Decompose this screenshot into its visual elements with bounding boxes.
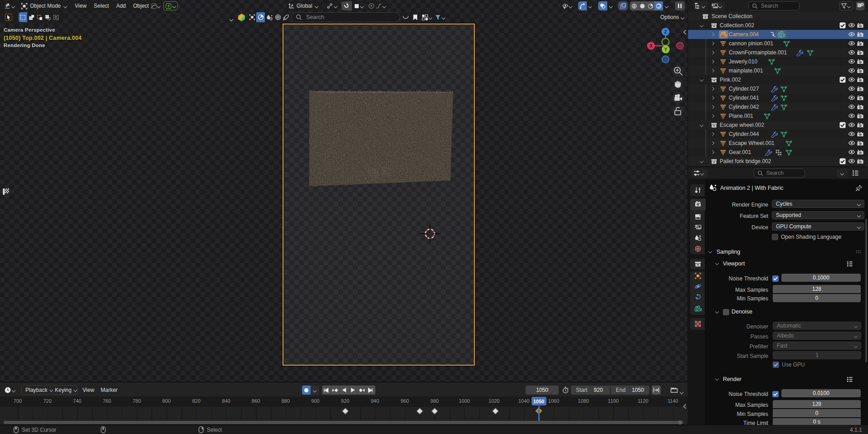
- svg-text:X: X: [649, 43, 653, 48]
- svg-text:Y: Y: [664, 47, 668, 52]
- svg-text:Z: Z: [664, 29, 667, 34]
